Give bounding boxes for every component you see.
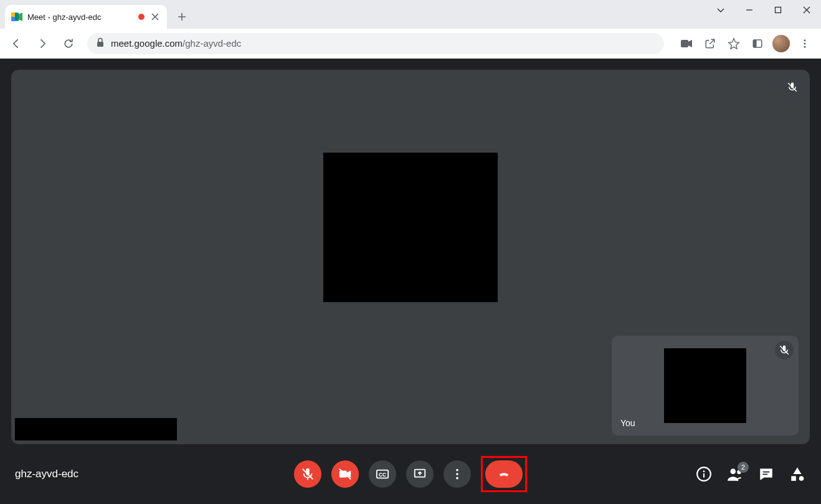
chat-button[interactable] — [757, 465, 775, 483]
svg-point-25 — [456, 477, 458, 480]
svg-point-24 — [456, 473, 458, 475]
camera-permission-icon[interactable] — [675, 32, 698, 55]
meet-favicon-icon — [11, 12, 22, 21]
browser-toolbar: meet.google.com/ghz-ayvd-edc — [0, 29, 821, 59]
svg-marker-3 — [19, 12, 22, 21]
svg-marker-7 — [688, 40, 692, 47]
tab-search-button[interactable] — [706, 0, 735, 20]
participant-name-label — [15, 418, 177, 440]
new-tab-button[interactable] — [173, 8, 191, 26]
share-page-button[interactable] — [699, 32, 721, 55]
svg-marker-33 — [794, 467, 802, 474]
self-label: You — [620, 418, 635, 428]
meet-bottom-bar: ghz-ayvd-edc CC — [0, 444, 821, 504]
svg-text:CC: CC — [379, 472, 386, 478]
meet-app: You ghz-ayvd-edc CC — [0, 59, 821, 504]
browser-tab-active[interactable]: Meet - ghz-ayvd-edc — [5, 5, 167, 29]
svg-point-12 — [804, 45, 806, 47]
show-participants-button[interactable]: 2 — [726, 465, 744, 483]
side-panel-button[interactable] — [746, 32, 769, 55]
profile-avatar-button[interactable] — [770, 32, 792, 55]
svg-point-11 — [804, 42, 806, 44]
window-close-button[interactable] — [792, 0, 821, 20]
svg-rect-31 — [763, 472, 770, 473]
svg-rect-1 — [11, 12, 15, 17]
nav-reload-button[interactable] — [57, 32, 80, 55]
avatar-icon — [772, 35, 790, 52]
browser-titlebar: Meet - ghz-ayvd-edc — [0, 0, 821, 29]
chrome-menu-button[interactable] — [794, 32, 816, 55]
lock-icon — [96, 37, 105, 50]
participant-count-badge: 2 — [738, 462, 749, 473]
recording-indicator-icon — [138, 14, 145, 20]
meet-side-controls: 2 — [695, 465, 806, 483]
tab-title: Meet - ghz-ayvd-edc — [27, 12, 133, 22]
svg-rect-34 — [791, 476, 796, 481]
url-path: /ghz-ayvd-edc — [183, 38, 241, 49]
svg-point-29 — [730, 468, 736, 474]
toggle-camera-button[interactable] — [331, 460, 359, 488]
address-bar[interactable]: meet.google.com/ghz-ayvd-edc — [87, 33, 664, 54]
main-participant-video — [323, 153, 498, 302]
bookmark-button[interactable] — [723, 32, 745, 55]
activities-button[interactable] — [789, 465, 806, 483]
svg-rect-2 — [11, 17, 15, 21]
svg-rect-4 — [776, 7, 781, 13]
window-minimize-button[interactable] — [735, 0, 764, 20]
svg-point-23 — [456, 469, 458, 472]
participant-muted-icon — [781, 76, 804, 98]
svg-rect-6 — [681, 40, 688, 47]
svg-point-35 — [799, 476, 804, 481]
window-controls — [706, 0, 821, 20]
svg-point-27 — [703, 470, 705, 472]
call-controls: CC — [294, 456, 527, 492]
window-maximize-button[interactable] — [764, 0, 792, 20]
svg-rect-9 — [753, 40, 756, 47]
more-options-button[interactable] — [444, 460, 471, 488]
url-host: meet.google.com — [111, 38, 183, 49]
self-video — [664, 348, 746, 423]
leave-call-button[interactable] — [485, 460, 523, 488]
svg-rect-28 — [703, 473, 705, 478]
nav-forward-button[interactable] — [31, 32, 54, 55]
meeting-code-label: ghz-ayvd-edc — [15, 468, 78, 480]
leave-call-highlight — [481, 456, 527, 492]
toggle-captions-button[interactable]: CC — [369, 460, 396, 488]
toggle-mic-button[interactable] — [294, 460, 321, 488]
present-screen-button[interactable] — [406, 460, 434, 488]
tab-close-button[interactable] — [149, 11, 161, 22]
svg-rect-5 — [97, 42, 103, 47]
nav-back-button[interactable] — [5, 32, 27, 55]
self-view-tile[interactable]: You — [612, 336, 799, 435]
self-muted-icon — [775, 341, 794, 359]
url-text: meet.google.com/ghz-ayvd-edc — [111, 38, 241, 49]
meeting-details-button[interactable] — [695, 465, 713, 483]
svg-rect-32 — [763, 473, 768, 475]
svg-point-10 — [804, 39, 806, 41]
